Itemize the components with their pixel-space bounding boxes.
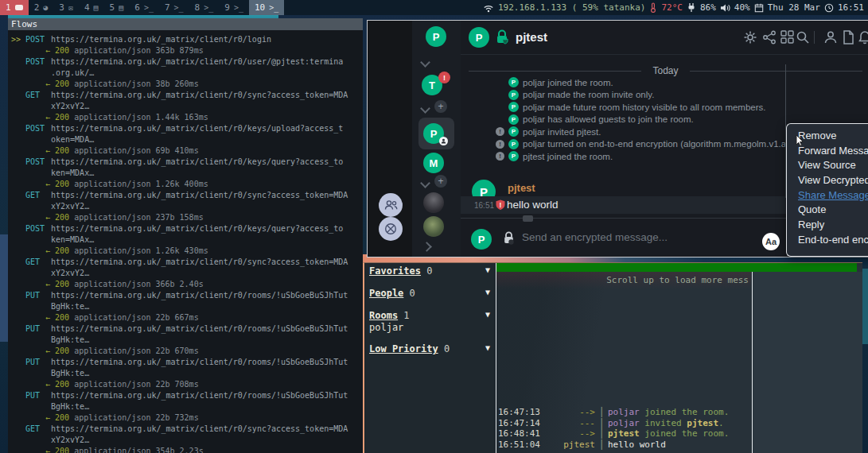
search-button[interactable]	[796, 30, 810, 48]
event-text: pjtest joined the room.	[523, 152, 613, 161]
buflist-section-people[interactable]: People 0▼	[369, 288, 490, 299]
event-text: poljar joined the room.	[523, 78, 613, 87]
flow-row[interactable]: PUThttps://termina.org.uk/_matrix/client…	[8, 290, 363, 323]
event-text: poljar made the room invite only.	[523, 90, 654, 99]
message-text: hello world	[507, 199, 559, 211]
apps-button[interactable]	[780, 30, 794, 47]
message-timestamp: 16:51	[474, 201, 494, 210]
flow-row[interactable]: PUThttps://termina.org.uk/_matrix/client…	[8, 390, 363, 424]
flow-row[interactable]: GEThttps://termina.org.uk/_matrix/client…	[8, 257, 363, 290]
flow-row[interactable]: >>POSThttps://termina.org.uk/_matrix/cli…	[8, 34, 363, 56]
workspace-6[interactable]: 6>_	[129, 0, 159, 15]
workspace-5[interactable]: 5▤	[104, 0, 130, 15]
formatting-button[interactable]: Aa	[762, 233, 780, 250]
sender-name[interactable]: pjtest	[508, 182, 535, 194]
unencrypted-warning-icon: !	[496, 152, 504, 161]
menu-item-view-decrypted-source[interactable]: View Decrypted Source	[787, 173, 868, 188]
chevron-down-icon[interactable]	[420, 57, 430, 68]
status-area: 192.168.1.133 ( 59% tatanka) 72°C 86% 40…	[483, 2, 868, 13]
books-icon: ▤	[94, 3, 99, 12]
temperature: 72°C	[661, 2, 683, 13]
mail-icon: ✉	[68, 3, 73, 12]
books-icon: ▤	[119, 3, 123, 12]
flow-row[interactable]: PUThttps://termina.org.uk/_matrix/client…	[8, 323, 363, 357]
gear-icon	[743, 30, 757, 45]
chat-icon	[15, 5, 23, 10]
desktop: 1 2◕ 3✉ 4▤ 5▤ 6>_ 7>_ 8>_ 9>_ 10>_ 192.1…	[0, 0, 868, 453]
collapse-arrow-icon[interactable]: ▼	[485, 288, 490, 296]
explore-button[interactable]	[379, 217, 403, 241]
join-arrow: -->	[544, 428, 595, 439]
buflist-section-favorites[interactable]: Favorites 0▼	[369, 265, 490, 277]
flow-row[interactable]: POSThttps://termina.org.uk/_matrix/clien…	[8, 56, 363, 90]
buflist-section-low-priority[interactable]: Low Priority 0▼	[369, 343, 490, 354]
collapse-arrow-icon[interactable]: ▼	[485, 310, 490, 319]
prefix-separator: │	[595, 418, 608, 429]
timeline-event[interactable]: Ppoljar made future room history visible…	[496, 101, 868, 114]
resize-handle[interactable]	[523, 215, 533, 222]
chevron-down-icon[interactable]	[420, 178, 430, 188]
menu-item-quote[interactable]: Quote	[787, 203, 868, 218]
workspace-number: 4	[84, 2, 90, 13]
notifications-button[interactable]	[858, 30, 868, 48]
flow-row[interactable]: POSThttps://termina.org.uk/_matrix/clien…	[8, 123, 363, 157]
menu-item-e2e[interactable]: End-to-end encryption	[787, 233, 868, 248]
battery-percent: 86%	[700, 2, 716, 13]
add-room-button[interactable]: +	[434, 175, 447, 188]
room-avatar-tower[interactable]	[423, 192, 444, 213]
event-avatar: P	[508, 126, 519, 137]
workspace-8[interactable]: 8>_	[189, 0, 220, 15]
workspace-10[interactable]: 10>_	[249, 0, 284, 15]
members-button[interactable]	[823, 30, 838, 48]
workspace-1[interactable]: 1	[0, 0, 29, 15]
workspace-9[interactable]: 9>_	[219, 0, 249, 15]
share-button[interactable]	[762, 30, 777, 48]
menu-item-view-source[interactable]: View Source	[787, 158, 868, 173]
buflist-room-poljar[interactable]: poljar	[369, 322, 403, 333]
svg-text:!: !	[500, 201, 502, 209]
composer-input[interactable]: Send an encrypted message...	[522, 231, 668, 243]
workspace-number: 8	[195, 2, 200, 13]
prefix-separator: │	[595, 407, 608, 418]
collapse-arrow-icon[interactable]: ▼	[485, 265, 490, 274]
user-avatar[interactable]: P	[426, 26, 446, 47]
flow-row[interactable]: GEThttps://termina.org.uk/_matrix/client…	[8, 90, 363, 123]
event-text: poljar turned on end-to-end encryption (…	[523, 139, 824, 149]
room-avatar[interactable]: P	[469, 27, 489, 48]
timeline-event[interactable]: Ppoljar joined the room.	[496, 76, 868, 89]
workspace-2[interactable]: 2◕	[29, 0, 54, 15]
message-body: hello world	[608, 439, 666, 451]
speaker-icon	[720, 3, 730, 13]
flow-row[interactable]: GEThttps://termina.org.uk/_matrix/client…	[8, 424, 363, 453]
flow-row[interactable]: POSThttps://termina.org.uk/_matrix/clien…	[8, 157, 363, 190]
workspace-7[interactable]: 7>_	[159, 0, 189, 15]
i3-status-bar: 1 2◕ 3✉ 4▤ 5▤ 6>_ 7>_ 8>_ 9>_ 10>_ 192.1…	[0, 0, 868, 15]
menu-item-reply[interactable]: Reply	[787, 218, 868, 233]
workspace-3[interactable]: 3✉	[53, 0, 79, 15]
mitmproxy-window: Flows >>POSThttps://termina.org.uk/_matr…	[8, 18, 363, 453]
chat-line: 16:47:13-->│poljar joined the room.	[498, 407, 751, 418]
files-button[interactable]	[843, 30, 854, 48]
separator-line	[469, 71, 641, 72]
settings-button[interactable]	[743, 30, 757, 48]
workspace-4[interactable]: 4▤	[79, 0, 104, 15]
terminal-icon: >_	[234, 3, 243, 12]
chat-line: 16:47:14---│poljar invited pjtest.	[498, 418, 751, 429]
unencrypted-warning-icon: !	[496, 127, 504, 136]
people-button[interactable]	[379, 193, 403, 217]
room-avatar-globe[interactable]	[423, 216, 444, 237]
date-separator-label: Today	[641, 65, 689, 76]
buflist-section-rooms[interactable]: Rooms 1▼	[369, 310, 490, 321]
menu-item-share-message[interactable]: Share Message	[787, 188, 868, 203]
event-avatar: P	[508, 139, 519, 149]
people-icon	[384, 199, 398, 211]
flow-row[interactable]: POSThttps://termina.org.uk/_matrix/clien…	[8, 223, 363, 257]
flow-row[interactable]: PUThttps://termina.org.uk/_matrix/client…	[8, 357, 363, 390]
clock-icon	[824, 3, 834, 13]
timeline-event[interactable]: Ppoljar made the room invite only.	[496, 89, 868, 102]
workspace-number: 10	[255, 2, 265, 13]
collapse-arrow-icon[interactable]: ▼	[485, 343, 490, 352]
chevron-right-icon[interactable]	[422, 242, 432, 252]
flow-row[interactable]: GEThttps://termina.org.uk/_matrix/client…	[8, 190, 363, 223]
workspace-number: 2	[34, 2, 40, 13]
